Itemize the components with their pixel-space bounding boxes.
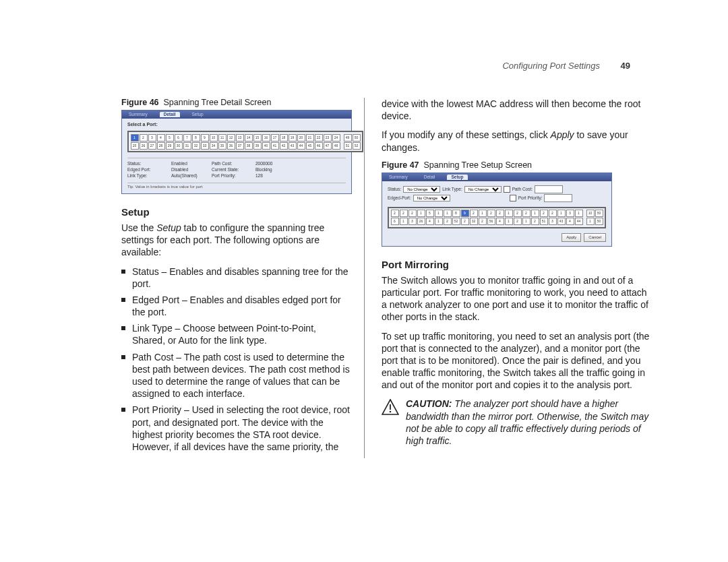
port-mirroring-heading: Port Mirroring (382, 259, 654, 270)
spanning-tree-detail-screenshot: Summary Detail Setup Select a Port: 1234… (121, 110, 352, 194)
setup-intro: Use the Setup tab to configure the spann… (121, 222, 351, 259)
figure46-title: Spanning Tree Detail Screen (164, 98, 272, 107)
pathcost-checkbox[interactable] (504, 186, 510, 193)
caution-text: CAUTION: The analyzer port should have a… (406, 398, 654, 447)
pathcost-value: 2000000 (255, 161, 296, 166)
list-item: Link Type – Choose between Point-to-Poin… (121, 322, 351, 346)
figure47-label: Figure 47 (382, 160, 419, 170)
figure47-caption: Figure 47 Spanning Tree Setup Screen (382, 160, 654, 170)
portprio-label: Port Priority: (518, 195, 543, 201)
tip-note: Tip: Value in brackets is true value for… (127, 183, 346, 189)
apply-instruction: If you modify any of these settings, cli… (382, 129, 654, 153)
portprio-label: Port Priority: (212, 173, 255, 179)
setup-heading: Setup (121, 206, 351, 218)
tab-detail[interactable]: Detail (160, 112, 180, 117)
linktype-select[interactable]: No Change (464, 186, 502, 193)
select-a-port-label: Select a Port: (127, 122, 346, 127)
continuation-text: device with the lowest MAC address will … (382, 98, 654, 122)
pathcost-input[interactable] (535, 185, 563, 193)
pathcost-label: Path Cost: (212, 161, 255, 166)
caution-label: CAUTION: (406, 398, 452, 409)
linktype-value: Auto(Shared) (171, 173, 212, 179)
caution-block: CAUTION: The analyzer port should have a… (382, 398, 654, 447)
figure46-caption: Figure 46 Spanning Tree Detail Screen (121, 98, 351, 107)
right-column: device with the lowest MAC address will … (364, 98, 681, 458)
list-item: Path Cost – The path cost is used to det… (121, 351, 351, 400)
tabs-bar: Summary Detail Setup (382, 173, 611, 181)
portprio-value: 128 (255, 173, 296, 179)
tab-setup[interactable]: Setup (447, 175, 467, 180)
edged-label: Edged Port: (127, 167, 171, 173)
linktype-label: Link Type: (442, 187, 462, 192)
list-item: Status – Enables and disables spanning t… (121, 266, 351, 290)
spanning-tree-setup-screenshot: Summary Detail Setup Status: No Change L… (382, 173, 612, 247)
status-select[interactable]: No Change (403, 186, 440, 193)
status-label: Status: (127, 161, 171, 166)
running-head: Configuring Port Settings (502, 61, 600, 71)
tabs-bar: Summary Detail Setup (122, 111, 351, 119)
apply-button[interactable]: Apply (562, 233, 581, 242)
edged-label: Edged-Port: (388, 195, 411, 201)
edged-value: Disabled (171, 167, 212, 173)
port-mirroring-para1: The Switch allows you to monitor traffic… (382, 274, 654, 323)
list-item: Port Priority – Used in selecting the ro… (121, 404, 351, 453)
left-column: Figure 46 Spanning Tree Detail Screen Su… (47, 98, 364, 458)
status-value: Enabled (171, 161, 212, 166)
port-detail-table: Status: Enabled Path Cost: 2000000 Edged… (127, 158, 346, 178)
linktype-label: Link Type: (127, 173, 171, 179)
curstate-label: Current State: (212, 167, 255, 173)
tab-setup[interactable]: Setup (188, 112, 208, 117)
list-item: Edged Port – Enables and disables edged … (121, 294, 351, 318)
edged-select[interactable]: No Change (413, 195, 450, 201)
page-number: 49 (621, 61, 630, 71)
portprio-checkbox[interactable] (510, 195, 516, 201)
caution-icon (382, 399, 399, 415)
svg-point-2 (390, 411, 392, 413)
status-label: Status: (388, 187, 401, 192)
tab-summary[interactable]: Summary (125, 112, 152, 117)
port-mirroring-para2: To set up traffic monitoring, you need t… (382, 330, 654, 392)
figure47-title: Spanning Tree Setup Screen (424, 160, 533, 170)
port-grid[interactable]: 22215118921221221221311050 6132641252232… (388, 207, 606, 228)
curstate-value: Blocking (255, 167, 296, 173)
tab-summary[interactable]: Summary (385, 175, 412, 180)
cancel-button[interactable]: Cancel (584, 233, 606, 242)
figure46-label: Figure 46 (121, 98, 159, 107)
setup-options-list: Status – Enables and disables spanning t… (121, 266, 351, 454)
pathcost-label: Path Cost: (512, 187, 533, 192)
port-grid[interactable]: 1234567891011121314151617181920212223244… (127, 131, 363, 152)
portprio-input[interactable] (544, 194, 572, 202)
tab-detail[interactable]: Detail (420, 175, 439, 180)
